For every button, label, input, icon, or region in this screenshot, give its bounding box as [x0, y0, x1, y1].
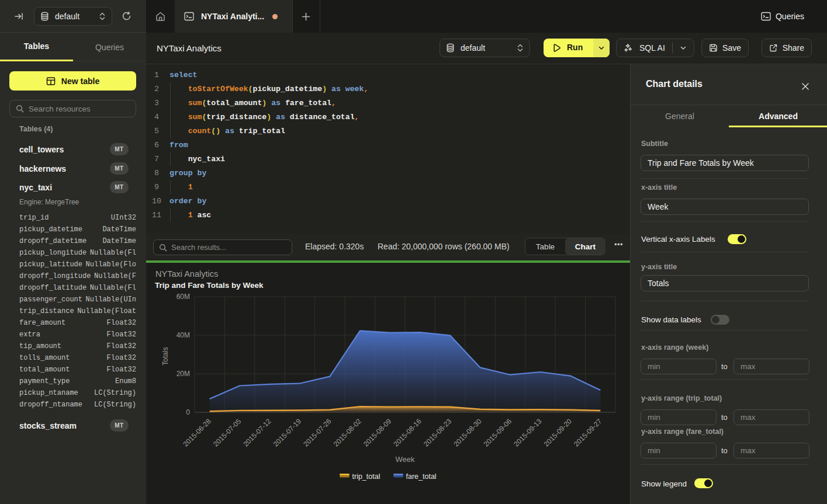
- svg-text:fare_total: fare_total: [406, 472, 437, 481]
- svg-text:Totals: Totals: [161, 347, 169, 365]
- svg-text:20M: 20M: [177, 370, 190, 378]
- svg-text:NYTaxi Analytics: NYTaxi Analytics: [155, 269, 218, 279]
- svg-text:Trip and Fare Totals by Week: Trip and Fare Totals by Week: [155, 281, 264, 290]
- svg-text:trip_total: trip_total: [352, 472, 380, 481]
- svg-text:2015-07-19: 2015-07-19: [272, 417, 303, 449]
- svg-text:2015-09-06: 2015-09-06: [482, 417, 514, 449]
- svg-text:2015-08-23: 2015-08-23: [422, 417, 454, 449]
- svg-text:2015-09-13: 2015-09-13: [512, 417, 544, 449]
- svg-text:2015-07-26: 2015-07-26: [302, 417, 333, 449]
- svg-text:2015-08-02: 2015-08-02: [332, 417, 364, 449]
- svg-text:40M: 40M: [177, 331, 190, 339]
- svg-text:2015-08-30: 2015-08-30: [452, 417, 483, 449]
- svg-text:2015-08-16: 2015-08-16: [392, 417, 424, 449]
- svg-text:2015-07-12: 2015-07-12: [241, 417, 273, 449]
- svg-text:2015-06-28: 2015-06-28: [182, 417, 213, 449]
- svg-text:0: 0: [186, 408, 190, 416]
- svg-text:Week: Week: [396, 455, 415, 464]
- svg-text:2015-08-09: 2015-08-09: [362, 417, 393, 449]
- svg-text:2015-09-27: 2015-09-27: [572, 417, 604, 449]
- svg-text:60M: 60M: [177, 293, 190, 301]
- svg-text:2015-09-20: 2015-09-20: [542, 417, 574, 449]
- svg-text:2015-07-05: 2015-07-05: [212, 417, 243, 449]
